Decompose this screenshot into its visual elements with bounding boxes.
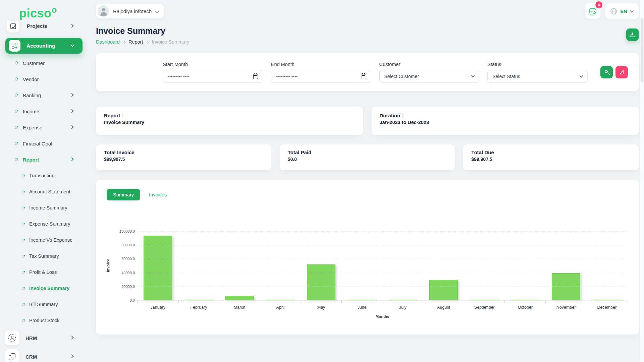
tab-invoices[interactable]: Invoices xyxy=(149,192,167,197)
start-month-input[interactable]: --------- ---- xyxy=(163,70,263,83)
sidebar-subitem-label: Expense xyxy=(23,125,42,130)
status-select[interactable]: Select Status xyxy=(487,70,588,83)
globe-icon xyxy=(610,8,617,14)
sidebar-report-item[interactable]: Income Vs Expense xyxy=(0,232,88,248)
report-info-title: Duration : xyxy=(380,113,631,118)
gridline xyxy=(138,231,627,232)
crm-icon-box xyxy=(5,349,19,362)
sidebar-subitem[interactable]: Income xyxy=(0,103,88,119)
scrollbar-thumb[interactable] xyxy=(641,18,643,82)
chevron-down-icon xyxy=(471,74,475,77)
bar-slot xyxy=(546,231,587,300)
end-month-input[interactable]: --------- ---- xyxy=(271,70,371,83)
invoice-bar[interactable] xyxy=(429,280,458,300)
gridline xyxy=(138,245,627,245)
chevron-right-icon xyxy=(70,109,73,113)
x-axis-month-label: November xyxy=(546,305,587,310)
bullet-icon xyxy=(21,254,26,258)
bullet-icon xyxy=(14,61,19,65)
bar-slot xyxy=(423,231,464,300)
clear-filter-icon xyxy=(620,70,624,74)
x-tick xyxy=(423,301,464,303)
customer-select-value: Select Customer xyxy=(384,74,419,79)
messages-button[interactable]: 0 xyxy=(585,3,600,19)
start-month-placeholder: --------- ---- xyxy=(168,74,190,79)
projects-checkbox-icon xyxy=(10,23,16,29)
x-tick xyxy=(219,301,260,303)
total-card-label: Total Due xyxy=(471,149,631,155)
breadcrumb-report-link[interactable]: Report xyxy=(128,39,143,45)
reset-filter-button[interactable] xyxy=(615,66,628,78)
chevron-right-icon xyxy=(70,125,73,129)
y-tick-label: 0.0 xyxy=(130,298,135,302)
sidebar-report-item-label: Bill Summary xyxy=(29,302,58,307)
sidebar-subitem[interactable]: Customer xyxy=(0,55,88,71)
bullet-icon xyxy=(21,286,26,291)
sidebar-report-item-label: Transaction xyxy=(29,173,54,178)
accounting-grid-icon xyxy=(12,43,17,49)
gridline xyxy=(138,287,627,287)
x-axis-labels: JanuaryFebruaryMarchAprilMayJuneJulyAugu… xyxy=(138,305,627,310)
breadcrumb-dashboard-link[interactable]: Dashboard xyxy=(96,39,120,45)
sidebar-item-label: HRM xyxy=(25,335,37,341)
hrm-icon-box xyxy=(5,330,19,345)
brand-logo[interactable]: picsoo xyxy=(19,5,88,20)
x-tick xyxy=(301,301,342,303)
sidebar-item-crm[interactable]: CRM xyxy=(0,347,88,362)
language-selector[interactable]: EN xyxy=(605,3,639,19)
total-card-label: Total Paid xyxy=(288,149,447,155)
sidebar-subitem[interactable]: Finacial Goal xyxy=(0,135,88,152)
download-button[interactable] xyxy=(626,28,639,41)
sidebar-report-item[interactable]: Expense Summary xyxy=(0,216,88,232)
sidebar-report-item[interactable]: Invoice Summary xyxy=(0,280,88,296)
bar-slot xyxy=(260,231,301,300)
sidebar-report-item-label: Profit & Loss xyxy=(29,269,57,275)
sidebar-report-item[interactable]: Account Statement xyxy=(0,184,88,200)
sidebar-subitem-label: Income xyxy=(23,109,39,114)
sidebar-report-item[interactable]: Tax Summary xyxy=(0,248,88,264)
calendar-icon[interactable] xyxy=(253,74,258,79)
sidebar-report-item-label: Income Summary xyxy=(29,205,67,210)
report-info-value: Jan-2023 to Dec-2023 xyxy=(380,120,631,125)
x-axis-title: Months xyxy=(138,314,627,318)
app-root: picsoo Projects Accounting Cust xyxy=(0,0,644,362)
language-label: EN xyxy=(620,8,627,14)
x-axis-row: JanuaryFebruaryMarchAprilMayJuneJulyAugu… xyxy=(107,300,627,318)
x-tick xyxy=(382,301,423,303)
plot-area xyxy=(138,231,627,300)
title-block: Invoice Summary Dashboard Report Invoice… xyxy=(96,26,189,45)
sidebar-subitem[interactable]: Banking xyxy=(0,87,88,103)
x-axis-month-label: October xyxy=(505,305,546,310)
calendar-icon[interactable] xyxy=(362,74,366,79)
sidebar-subitem[interactable]: Expense xyxy=(0,119,88,135)
sidebar-report-item[interactable]: Bill Summary xyxy=(0,296,88,312)
gridline xyxy=(138,300,627,301)
sidebar-subitem[interactable]: Vendor xyxy=(0,71,88,87)
bullet-icon xyxy=(14,125,19,130)
bullet-icon xyxy=(21,222,26,226)
sidebar-item-projects[interactable]: Projects xyxy=(0,21,88,35)
sidebar-report-item[interactable]: Product Stock xyxy=(0,312,88,328)
sidebar-report-item[interactable]: Income Summary xyxy=(0,200,88,216)
bullet-icon xyxy=(14,93,19,98)
tab-summary[interactable]: Summary xyxy=(107,189,140,200)
report-info-title: Report : xyxy=(104,113,355,118)
invoice-bar[interactable] xyxy=(307,264,335,300)
search-icon xyxy=(605,70,608,73)
x-tick xyxy=(505,301,546,303)
page-scrollbar[interactable] xyxy=(640,0,644,362)
company-selector[interactable]: Rajodiya infotech xyxy=(96,4,164,18)
sidebar-item-hrm[interactable]: HRM xyxy=(0,328,88,347)
x-axis-month-label: January xyxy=(138,305,178,310)
bar-chart: Invoice 0.020000.040000.060000.080000.01… xyxy=(107,231,627,300)
sidebar-clip: Projects xyxy=(0,21,88,35)
sidebar: picsoo Projects Accounting Cust xyxy=(0,0,88,362)
customer-select[interactable]: Select Customer xyxy=(379,70,480,83)
invoice-bar[interactable] xyxy=(225,296,254,300)
apply-filter-button[interactable] xyxy=(600,66,613,78)
sidebar-report-item[interactable]: Transaction xyxy=(0,168,88,184)
x-axis-month-label: August xyxy=(423,305,464,310)
sidebar-report-item[interactable]: Profit & Loss xyxy=(0,264,88,280)
sidebar-subitem[interactable]: Report xyxy=(0,152,88,168)
sidebar-item-accounting[interactable]: Accounting xyxy=(5,38,83,54)
